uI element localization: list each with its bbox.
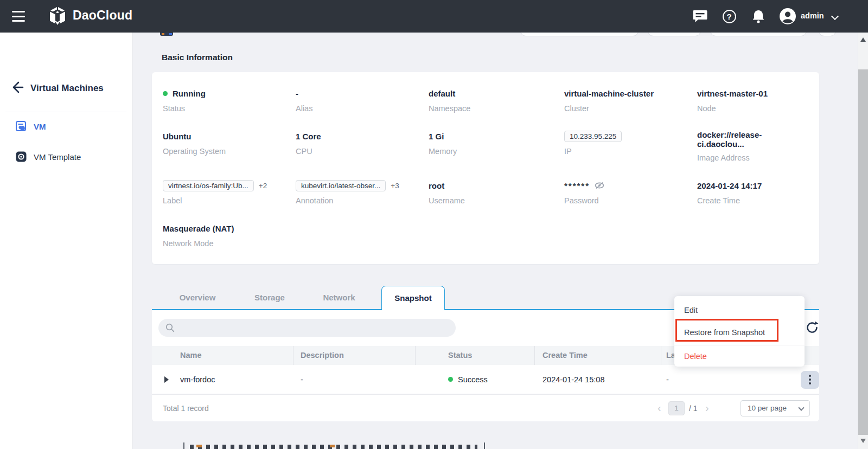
next-page-icon[interactable]: › xyxy=(705,395,709,421)
cell-description: - xyxy=(301,365,303,394)
field-alias: - Alias xyxy=(296,87,429,113)
eye-off-icon[interactable] xyxy=(595,181,604,190)
total-records-label: Total 1 record xyxy=(163,395,209,422)
divider xyxy=(674,345,805,345)
vm-icon xyxy=(15,120,27,132)
daocloud-logo-icon[interactable] xyxy=(48,7,67,28)
status-dot xyxy=(163,91,168,96)
help-icon[interactable]: ? xyxy=(719,0,739,33)
field-ip: 10.233.95.225 IP xyxy=(564,130,697,162)
vertical-scrollbar[interactable] xyxy=(858,33,868,449)
sidebar-item-vm[interactable]: VM xyxy=(0,116,133,137)
field-namespace: default Namespace xyxy=(429,87,564,113)
field-cluster: virtual-machine-cluster Cluster xyxy=(564,87,697,113)
table-row[interactable]: vm-fordoc - Success 2024-01-24 15:08 - xyxy=(152,365,819,394)
field-network-mode: Masquerade (NAT) Network Mode xyxy=(163,222,296,248)
field-create-time: 2024-01-24 14:17 Create Time xyxy=(697,179,808,205)
column-header-name[interactable]: Name xyxy=(180,346,202,365)
sidebar-item-label: VM Template xyxy=(34,152,81,162)
menu-item-delete[interactable]: Delete xyxy=(674,348,805,364)
divider xyxy=(661,346,661,365)
refresh-icon[interactable] xyxy=(805,320,819,335)
basic-info-card: Running Status - Alias default Namespace… xyxy=(152,72,819,264)
divider xyxy=(293,346,293,365)
column-header-create-time[interactable]: Create Time xyxy=(542,346,588,365)
clipped-content-sliver xyxy=(190,445,477,449)
field-os: Ubuntu Operating System xyxy=(163,130,296,162)
cell-last-restore-time: - xyxy=(666,365,669,394)
column-header-description[interactable]: Description xyxy=(301,346,344,365)
column-header-status[interactable]: Status xyxy=(448,346,472,365)
sidebar-item-label: VM xyxy=(34,122,46,131)
field-cpu: 1 Core CPU xyxy=(296,130,429,162)
back-arrow-icon[interactable] xyxy=(10,80,25,95)
hamburger-menu-icon[interactable] xyxy=(12,11,25,22)
tab-snapshot[interactable]: Snapshot xyxy=(381,286,445,310)
divider xyxy=(534,346,535,365)
sidebar-item-vm-template[interactable]: VM Template xyxy=(0,146,133,168)
row-actions-kebab-icon[interactable] xyxy=(801,371,819,389)
label-more-count[interactable]: +2 xyxy=(259,182,267,190)
menu-item-edit[interactable]: Edit xyxy=(674,300,805,320)
search-icon xyxy=(165,323,175,332)
cell-status: Success xyxy=(448,365,488,394)
divider xyxy=(415,346,416,365)
annotation-tag[interactable]: kubevirt.io/latest-obser... xyxy=(296,180,386,191)
tab-overview[interactable]: Overview xyxy=(159,286,235,310)
vm-template-icon xyxy=(15,151,27,163)
field-status: Running Status xyxy=(163,87,296,113)
field-label: virtnest.io/os-family:Ub...+2 Label xyxy=(163,179,296,205)
field-image-address: docker://release-ci.daoclou... Image Add… xyxy=(697,130,808,162)
cell-name: vm-fordoc xyxy=(180,365,215,394)
user-avatar[interactable] xyxy=(777,0,799,33)
menu-item-restore-from-snapshot[interactable]: Restore from Snapshot xyxy=(674,321,805,344)
search-bar[interactable] xyxy=(158,319,456,337)
field-node: virtnest-master-01 Node xyxy=(697,87,808,113)
current-page-input[interactable]: 1 xyxy=(668,401,685,415)
sidebar-title: Virtual Machines xyxy=(30,83,104,94)
tab-network[interactable]: Network xyxy=(301,286,377,310)
section-heading: Basic Information xyxy=(162,53,233,62)
chevron-down-icon xyxy=(798,405,804,410)
scroll-up-icon[interactable] xyxy=(860,37,866,42)
cell-create-time: 2024-01-24 15:08 xyxy=(542,365,605,394)
top-navbar: DaoCloud ? admin xyxy=(0,0,868,33)
field-annotation: kubevirt.io/latest-obser...+3 Annotation xyxy=(296,179,429,205)
username-label[interactable]: admin xyxy=(801,11,824,20)
scrollbar-thumb[interactable] xyxy=(858,69,868,435)
prev-page-icon[interactable]: ‹ xyxy=(658,395,661,421)
scroll-down-icon[interactable] xyxy=(860,439,866,443)
page-count-label: / 1 xyxy=(689,395,698,422)
user-menu-chevron-icon[interactable] xyxy=(831,12,839,20)
sidebar: Virtual Machines VM VM Te xyxy=(0,33,133,449)
field-username: root Username xyxy=(429,179,564,205)
divider xyxy=(5,112,126,112)
ip-tag: 10.233.95.225 xyxy=(564,131,622,142)
brand-name: DaoCloud xyxy=(73,8,132,23)
page-size-select[interactable]: 10 per page xyxy=(741,400,810,416)
field-password: ****** Password xyxy=(564,179,697,205)
field-memory: 1 Gi Memory xyxy=(429,130,564,162)
status-dot xyxy=(448,377,453,382)
notifications-bell-icon[interactable] xyxy=(749,0,768,33)
row-actions-menu: Edit Restore from Snapshot Delete xyxy=(674,296,805,367)
messages-icon[interactable] xyxy=(690,0,710,33)
annotation-more-count[interactable]: +3 xyxy=(391,182,399,190)
screen: DaoCloud ? admin xyxy=(0,0,868,449)
search-input[interactable] xyxy=(180,319,449,337)
label-tag[interactable]: virtnest.io/os-family:Ub... xyxy=(163,180,254,191)
expand-caret-icon[interactable] xyxy=(164,376,169,383)
tab-storage[interactable]: Storage xyxy=(232,286,308,310)
table-footer: Total 1 record ‹ 1 / 1 › 10 per page xyxy=(152,394,819,421)
